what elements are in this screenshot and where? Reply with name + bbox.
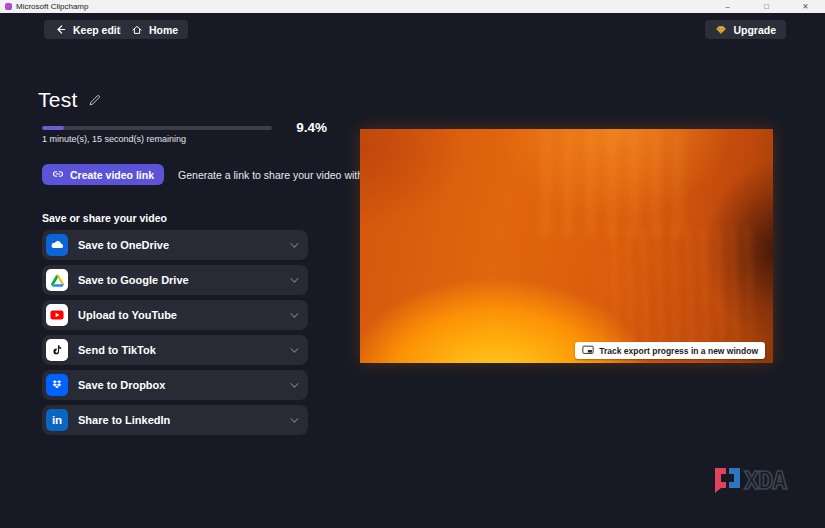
track-export-progress-button[interactable]: Track export progress in a new window	[575, 342, 765, 359]
upgrade-label: Upgrade	[733, 24, 776, 36]
share-to-linkedin-row[interactable]: in Share to LinkedIn	[42, 405, 308, 435]
window-controls: – □ ✕	[708, 0, 825, 13]
dest-label: Save to OneDrive	[78, 239, 169, 251]
dest-label: Save to Dropbox	[78, 379, 165, 391]
clipchamp-logo-icon	[5, 3, 12, 10]
dropbox-icon	[46, 374, 68, 396]
youtube-icon	[46, 304, 68, 326]
save-to-google-drive-row[interactable]: Save to Google Drive	[42, 265, 308, 295]
chevron-down-icon	[290, 274, 298, 282]
dest-label: Share to LinkedIn	[78, 414, 170, 426]
xda-text: XDA	[744, 466, 787, 495]
video-preview: Track export progress in a new window	[360, 129, 773, 363]
page-title: Test	[38, 88, 78, 112]
save-to-dropbox-row[interactable]: Save to Dropbox	[42, 370, 308, 400]
onedrive-icon	[46, 234, 68, 256]
home-button[interactable]: Home	[121, 20, 188, 39]
home-label: Home	[149, 24, 178, 36]
xda-watermark: XDA	[711, 466, 799, 500]
save-to-onedrive-row[interactable]: Save to OneDrive	[42, 230, 308, 260]
upgrade-button[interactable]: Upgrade	[705, 20, 786, 39]
dest-label: Send to TikTok	[78, 344, 156, 356]
upload-to-youtube-row[interactable]: Upload to YouTube	[42, 300, 308, 330]
chevron-down-icon	[290, 309, 298, 317]
window-title: Microsoft Clipchamp	[16, 2, 88, 11]
dest-label: Save to Google Drive	[78, 274, 189, 286]
xda-left-bracket	[715, 468, 726, 493]
picture-in-picture-icon	[582, 344, 594, 358]
close-button[interactable]: ✕	[786, 0, 825, 13]
google-drive-icon	[46, 269, 68, 291]
window-titlebar: Microsoft Clipchamp – □ ✕	[0, 0, 825, 13]
chevron-down-icon	[290, 379, 298, 387]
export-progress-row: 9.4%	[42, 120, 327, 135]
create-link-row: Create video link Generate a link to sha…	[42, 164, 403, 185]
linkedin-glyph: in	[52, 414, 62, 426]
edit-pencil-icon[interactable]	[88, 93, 102, 111]
home-icon	[131, 24, 143, 36]
minimize-button[interactable]: –	[708, 0, 747, 13]
chevron-down-icon	[290, 239, 298, 247]
create-video-link-button[interactable]: Create video link	[42, 164, 164, 185]
save-share-section-title: Save or share your video	[42, 212, 167, 224]
progress-bar	[42, 126, 272, 130]
export-title-row: Test	[38, 88, 102, 112]
link-icon	[52, 168, 64, 182]
tiktok-icon	[46, 339, 68, 361]
destination-list: Save to OneDrive Save to Google Drive Up…	[42, 230, 308, 435]
chevron-down-icon	[290, 344, 298, 352]
back-arrow-icon	[54, 23, 67, 36]
xda-right-bracket	[729, 468, 740, 488]
time-remaining: 1 minute(s), 15 second(s) remaining	[42, 134, 186, 144]
dest-label: Upload to YouTube	[78, 309, 177, 321]
create-video-link-label: Create video link	[70, 169, 154, 181]
progress-percent: 9.4%	[296, 120, 327, 135]
linkedin-icon: in	[46, 409, 68, 431]
progress-fill	[42, 126, 64, 130]
send-to-tiktok-row[interactable]: Send to TikTok	[42, 335, 308, 365]
track-export-label: Track export progress in a new window	[599, 346, 758, 356]
maximize-button[interactable]: □	[747, 0, 786, 13]
gem-icon	[715, 24, 727, 36]
chevron-down-icon	[290, 414, 298, 422]
